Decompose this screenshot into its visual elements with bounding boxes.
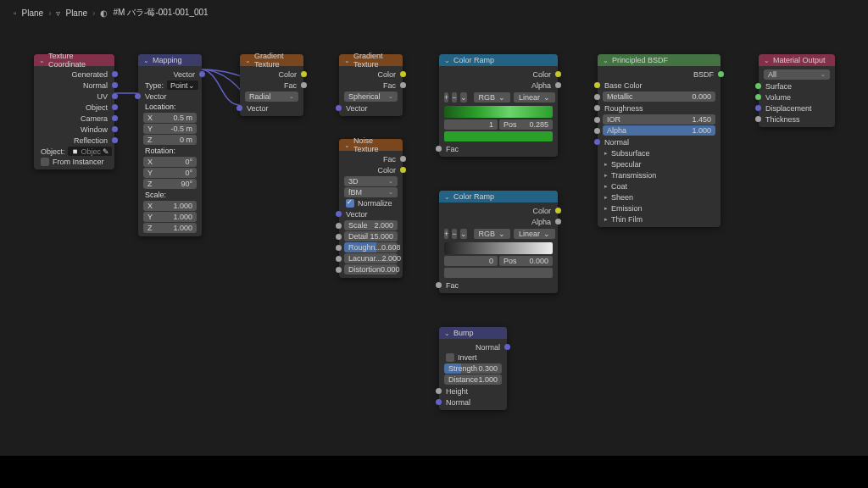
socket-in[interactable]	[755, 83, 761, 89]
node-texture-coordinate[interactable]: ⌄ Texture Coordinate Generated Normal UV…	[34, 54, 114, 169]
loc-y[interactable]: Y-0.5 m	[143, 124, 197, 134]
node-editor-canvas[interactable]: ⌄ Texture Coordinate Generated Normal UV…	[0, 20, 868, 454]
node-header[interactable]: ⌄ Principled BSDF	[598, 54, 721, 66]
socket-out[interactable]	[555, 82, 561, 88]
breadcrumb-a[interactable]: Plane	[22, 8, 44, 18]
ramp-index-field[interactable]: 1	[444, 119, 498, 130]
node-header[interactable]: ⌄ Noise Texture	[339, 139, 403, 151]
invert-checkbox[interactable]	[446, 353, 454, 362]
noise-roughn...-field[interactable]: Roughn...0.608	[344, 242, 398, 252]
socket-out[interactable]	[555, 208, 561, 214]
ramp-interp-dropdown[interactable]: Linear⌄	[514, 92, 555, 103]
socket-out[interactable]	[555, 71, 561, 77]
node-gradient-texture-2[interactable]: ⌄ Gradient Texture Color Fac Spherical⌄ …	[339, 54, 403, 116]
metallic-field[interactable]: Metallic0.000	[603, 92, 715, 102]
breadcrumb-c[interactable]: #M バラ-莓-001-001_001	[113, 7, 208, 19]
noise-dim-dropdown[interactable]: 3D⌄	[344, 176, 398, 186]
object-picker[interactable]: ◽ Objec ✎	[68, 147, 113, 156]
noise-scale-field[interactable]: Scale2.000	[344, 220, 398, 230]
socket-in[interactable]	[436, 399, 442, 405]
socket-out[interactable]	[112, 93, 118, 99]
bsdf-group-coat[interactable]: ▸Coat	[598, 180, 721, 191]
socket-out[interactable]	[199, 71, 205, 77]
socket-in[interactable]	[755, 94, 761, 100]
noise-distortion-field[interactable]: Distortion0.000	[344, 264, 398, 274]
ramp-color-swatch[interactable]	[444, 268, 553, 278]
socket-out[interactable]	[400, 71, 406, 77]
gradient-mode-dropdown[interactable]: Spherical⌄	[344, 92, 398, 102]
socket-in[interactable]	[336, 234, 342, 240]
bsdf-group-emission[interactable]: ▸Emission	[598, 202, 721, 214]
socket-in[interactable]	[236, 105, 242, 111]
node-bump[interactable]: ⌄ Bump Normal Invert Strength0.300 Dista…	[439, 327, 507, 410]
node-color-ramp-2[interactable]: ⌄ Color Ramp Color Alpha + − ⌄ RGB⌄ Line…	[439, 191, 558, 293]
bump-distance-field[interactable]: Distance1.000	[444, 374, 502, 385]
socket-in[interactable]	[594, 139, 600, 145]
socket-in[interactable]	[336, 267, 342, 273]
socket-out[interactable]	[112, 71, 118, 77]
loc-x[interactable]: X0.5 m	[143, 113, 197, 123]
socket-out[interactable]	[301, 82, 307, 88]
node-header[interactable]: ⌄ Color Ramp	[439, 54, 558, 66]
bsdf-group-specular[interactable]: ▸Specular	[598, 158, 721, 169]
noise-lacunar...-field[interactable]: Lacunar...2.000	[344, 253, 398, 263]
socket-in[interactable]	[336, 223, 342, 229]
socket-out[interactable]	[112, 137, 118, 143]
noise-detail-field[interactable]: Detail15.000	[344, 231, 398, 241]
ramp-pos-field[interactable]: Pos0.000	[499, 256, 553, 266]
socket-out[interactable]	[400, 82, 406, 88]
noise-basis-dropdown[interactable]: fBM⌄	[344, 187, 398, 197]
ramp-mode-dropdown[interactable]: RGB⌄	[474, 229, 511, 239]
socket-in[interactable]	[336, 245, 342, 251]
bump-strength-slider[interactable]: Strength0.300	[444, 363, 502, 374]
ramp-menu-button[interactable]: ⌄	[460, 92, 467, 103]
rot-y[interactable]: Y0°	[143, 168, 197, 178]
socket-in[interactable]	[336, 105, 342, 111]
ramp-interp-dropdown[interactable]: Linear⌄	[514, 229, 555, 239]
loc-z[interactable]: Z0 m	[143, 135, 197, 145]
node-header[interactable]: ⌄ Texture Coordinate	[34, 54, 114, 66]
node-gradient-texture-1[interactable]: ⌄ Gradient Texture Color Fac Radial⌄ Vec…	[240, 54, 303, 116]
socket-out[interactable]	[504, 344, 510, 350]
scale-x[interactable]: X1.000	[143, 201, 197, 211]
node-header[interactable]: ⌄ Gradient Texture	[339, 54, 403, 66]
socket-in[interactable]	[436, 282, 442, 288]
output-target-dropdown[interactable]: All⌄	[764, 69, 830, 80]
breadcrumb-b[interactable]: Plane	[65, 8, 87, 18]
ramp-index-field[interactable]: 0	[444, 256, 498, 266]
socket-out[interactable]	[112, 115, 118, 121]
ramp-remove-button[interactable]: −	[452, 92, 456, 103]
socket-in[interactable]	[594, 82, 600, 88]
ramp-add-button[interactable]: +	[444, 92, 448, 103]
socket-in[interactable]	[436, 146, 442, 152]
node-mapping[interactable]: ⌄ Mapping Vector Type: Point⌄ Vector Loc…	[138, 54, 202, 236]
node-header[interactable]: ⌄ Material Output	[759, 54, 835, 66]
socket-in[interactable]	[755, 105, 761, 111]
rot-x[interactable]: X0°	[143, 157, 197, 167]
ramp-remove-button[interactable]: −	[452, 229, 456, 239]
bsdf-group-transmission[interactable]: ▸Transmission	[598, 169, 721, 180]
bsdf-group-sheen[interactable]: ▸Sheen	[598, 191, 721, 202]
gradient-mode-dropdown[interactable]: Radial⌄	[245, 92, 298, 102]
node-header[interactable]: ⌄ Bump	[439, 327, 507, 339]
socket-out[interactable]	[555, 219, 561, 225]
socket-out[interactable]	[112, 82, 118, 88]
socket-in[interactable]	[436, 388, 442, 394]
socket-in[interactable]	[336, 256, 342, 262]
scale-z[interactable]: Z1.000	[143, 223, 197, 233]
socket-in[interactable]	[594, 105, 600, 111]
ior-field[interactable]: IOR1.450	[603, 114, 715, 125]
socket-out[interactable]	[400, 167, 406, 173]
socket-in[interactable]	[336, 211, 342, 217]
color-ramp-gradient[interactable]	[444, 106, 553, 118]
socket-in[interactable]	[135, 93, 141, 99]
node-color-ramp-1[interactable]: ⌄ Color Ramp Color Alpha + − ⌄ RGB⌄ Line…	[439, 54, 558, 157]
node-noise-texture[interactable]: ⌄ Noise Texture Fac Color 3D⌄ fBM⌄ Norma…	[339, 139, 403, 278]
bsdf-group-thin-film[interactable]: ▸Thin Film	[598, 214, 721, 225]
type-dropdown[interactable]: Point⌄	[167, 80, 198, 90]
ramp-menu-button[interactable]: ⌄	[460, 229, 467, 239]
ramp-add-button[interactable]: +	[444, 229, 448, 239]
bsdf-group-subsurface[interactable]: ▸Subsurface	[598, 147, 721, 158]
ramp-color-swatch[interactable]	[444, 131, 553, 141]
socket-out[interactable]	[301, 71, 307, 77]
